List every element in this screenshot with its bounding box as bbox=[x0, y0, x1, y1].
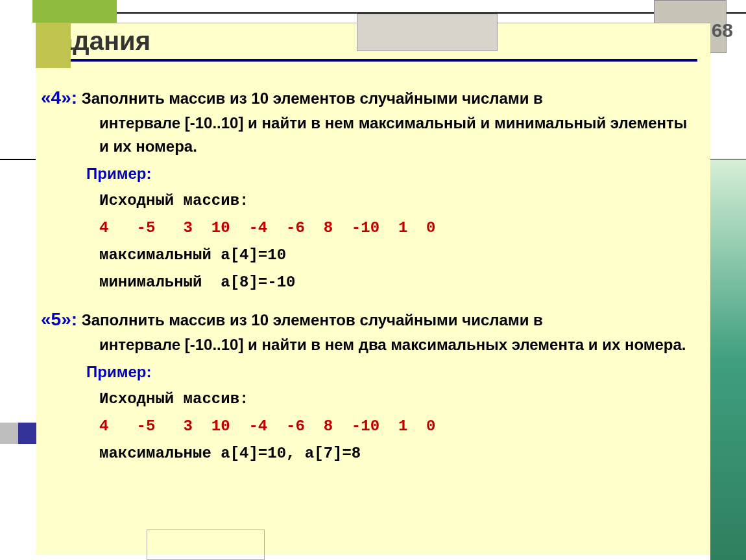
task5-example-label: Пример: bbox=[41, 360, 697, 384]
task5-number: «5»: bbox=[41, 309, 77, 329]
task4-array: 4 -5 3 10 -4 -6 8 -10 1 0 bbox=[41, 216, 697, 240]
decor-right-gradient bbox=[710, 159, 746, 560]
page-number: 68 bbox=[712, 19, 733, 41]
task4-number: «4»: bbox=[41, 88, 77, 108]
task5-src-label: Исходный массив: bbox=[41, 388, 697, 411]
decor-left-rule bbox=[0, 159, 36, 160]
decor-left-blue bbox=[18, 423, 36, 444]
task4-min: минимальный a[8]=-10 bbox=[41, 271, 697, 294]
task5-array: 4 -5 3 10 -4 -6 8 -10 1 0 bbox=[41, 415, 697, 438]
task4-example-label: Пример: bbox=[41, 162, 697, 185]
task-4: «4»: Заполнить массив из 10 элементов сл… bbox=[41, 84, 697, 294]
content-area: «4»: Заполнить массив из 10 элементов сл… bbox=[36, 62, 710, 465]
decor-left-gray bbox=[0, 423, 18, 444]
decor-olive-left bbox=[36, 23, 71, 68]
task4-lead: Заполнить массив из 10 элементов случайн… bbox=[82, 89, 543, 107]
task4-max: максимальный a[4]=10 bbox=[41, 244, 697, 267]
task4-src-label: Исходный массив: bbox=[41, 189, 697, 213]
task-5: «5»: Заполнить массив из 10 элементов сл… bbox=[41, 306, 697, 465]
decor-green-block bbox=[32, 0, 117, 23]
task4-rest: интервале [-10..10] и найти в нем максим… bbox=[41, 111, 697, 158]
task5-max: максимальные a[4]=10, a[7]=8 bbox=[41, 442, 697, 465]
decor-bottom-frame bbox=[147, 530, 265, 560]
task5-lead: Заполнить массив из 10 элементов случайн… bbox=[82, 311, 543, 329]
slide-body: Задания «4»: Заполнить массив из 10 элем… bbox=[36, 23, 710, 555]
decor-inner-gray bbox=[357, 14, 498, 51]
task5-rest: интервале [-10..10] и найти в нем два ма… bbox=[41, 333, 697, 356]
